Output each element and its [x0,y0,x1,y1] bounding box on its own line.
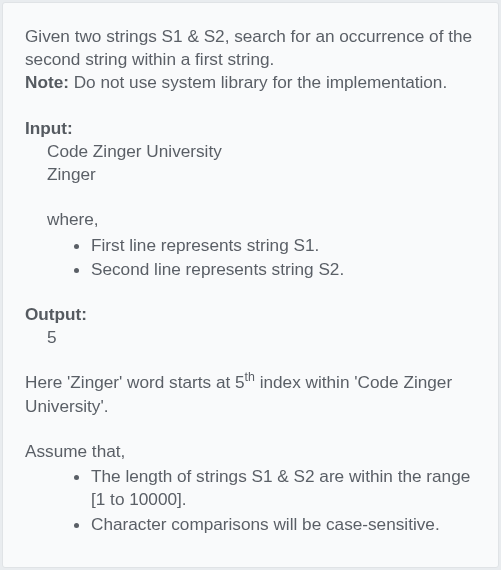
problem-card: Given two strings S1 & S2, search for an… [2,2,499,568]
assume-bullets: The length of strings S1 & S2 are within… [25,465,476,536]
input-line1: Code Zinger University [25,140,476,163]
input-label: Input: [25,117,476,140]
list-item: Second line represents string S2. [91,258,476,281]
explain-sup: th [245,371,255,385]
note-label: Note: [25,72,69,92]
assume-label: Assume that, [25,440,476,463]
explanation: Here 'Zinger' word starts at 5th index w… [25,371,476,417]
output-value: 5 [25,326,476,349]
input-bullets: First line represents string S1. Second … [25,234,476,281]
output-label: Output: [25,303,476,326]
where-label: where, [25,208,476,231]
note-text: Do not use system library for the implem… [69,72,447,92]
list-item: The length of strings S1 & S2 are within… [91,465,476,511]
intro-paragraph: Given two strings S1 & S2, search for an… [25,25,476,95]
input-line2: Zinger [25,163,476,186]
intro-line1: Given two strings S1 & S2, search for an… [25,26,472,69]
list-item: First line represents string S1. [91,234,476,257]
explain-pre: Here 'Zinger' word starts at 5 [25,372,245,392]
list-item: Character comparisons will be case-sensi… [91,513,476,536]
